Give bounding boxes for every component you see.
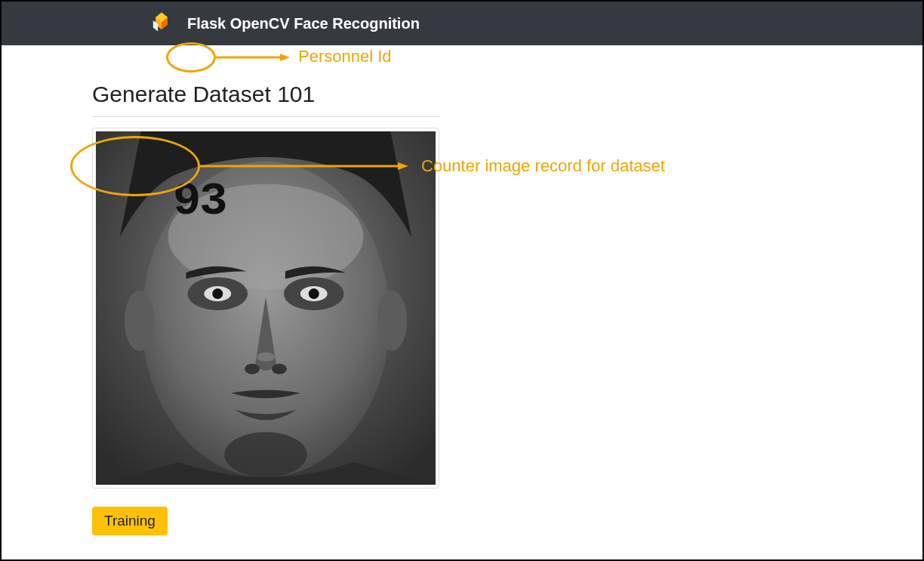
camera-feed-card: 93 <box>92 128 439 489</box>
svg-point-9 <box>212 288 223 299</box>
main-content: Generate Dataset 101 Personnel Id <box>2 45 922 535</box>
personnel-id-arrow <box>216 51 291 66</box>
svg-point-14 <box>224 432 307 477</box>
svg-point-10 <box>309 288 319 299</box>
svg-point-12 <box>272 364 287 375</box>
image-counter-value: 93 <box>173 178 226 225</box>
navbar-title: Flask OpenCV Face Recognition <box>187 15 420 32</box>
svg-marker-1 <box>280 54 290 61</box>
personnel-id-value: 101 <box>277 82 315 106</box>
heading-prefix: Generate Dataset <box>92 82 277 106</box>
svg-point-15 <box>125 291 155 351</box>
training-button[interactable]: Training <box>92 507 168 535</box>
svg-point-11 <box>245 364 260 375</box>
navbar: Flask OpenCV Face Recognition <box>2 2 922 45</box>
counter-annotation: Counter image record for dataset <box>421 156 665 176</box>
page-heading: Generate Dataset 101 <box>92 82 439 117</box>
app-logo-icon <box>149 11 174 35</box>
personnel-id-highlight-ellipse <box>166 42 216 72</box>
personnel-id-annotation: Personnel Id <box>298 47 392 66</box>
camera-feed-image: 93 <box>96 131 436 485</box>
svg-point-13 <box>257 353 275 362</box>
svg-point-16 <box>377 291 407 351</box>
